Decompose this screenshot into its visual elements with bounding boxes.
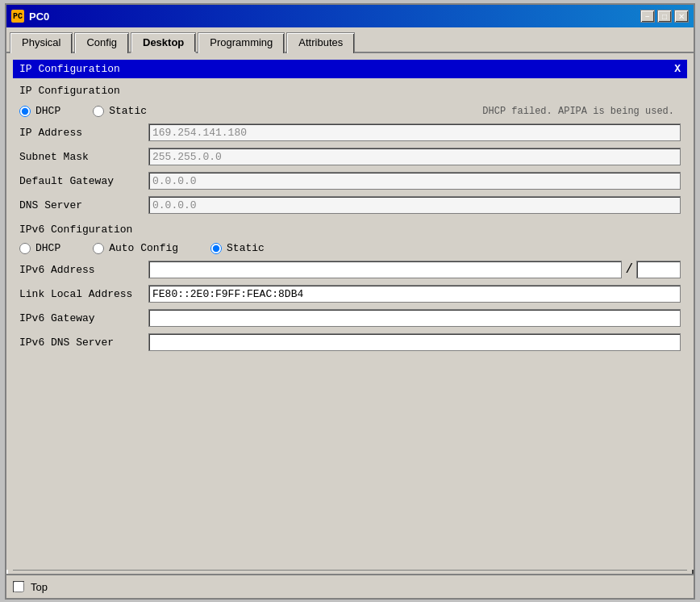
dns-server-row: DNS Server (13, 193, 687, 217)
main-window: PC PC0 − □ ✕ Physical Config Desktop Pro… (5, 3, 695, 600)
default-gateway-input[interactable] (148, 172, 681, 190)
tab-bar: Physical Config Desktop Programming Attr… (6, 27, 694, 53)
link-local-address-row: Link Local Address (13, 282, 687, 306)
content-area: IP Configuration X IP Configuration DHCP… (6, 53, 694, 570)
ip-radio-row: DHCP Static DHCP failed. APIPA is being … (13, 102, 687, 120)
default-gateway-row: Default Gateway (13, 169, 687, 193)
ipv6-radio-row: DHCP Auto Config Static (13, 239, 687, 257)
ipv6-static-label-text: Static (227, 242, 265, 254)
maximize-button[interactable]: □ (657, 10, 672, 23)
ipv6-auto-config-radio[interactable] (93, 243, 104, 254)
ipv6-address-row: IPv6 Address / (13, 257, 687, 282)
dns-server-input[interactable] (148, 196, 681, 214)
dhcp-radio-label[interactable]: DHCP (19, 105, 60, 117)
ipv6-auto-config-radio-label[interactable]: Auto Config (93, 242, 178, 254)
ipv6-static-radio[interactable] (210, 243, 222, 254)
default-gateway-label: Default Gateway (19, 175, 148, 187)
ip-config-subtitle: IP Configuration (13, 83, 687, 102)
ip-config-close-btn[interactable]: X (674, 63, 681, 75)
link-local-address-input[interactable] (148, 285, 681, 303)
static-radio[interactable] (93, 106, 104, 117)
minimize-button[interactable]: − (640, 10, 655, 23)
ipv6-dns-server-input[interactable] (148, 333, 681, 351)
ip-address-input[interactable] (148, 123, 681, 141)
ip-address-label: IP Address (19, 127, 148, 139)
ipv6-prefix-slash: / (625, 262, 633, 277)
tab-programming[interactable]: Programming (198, 32, 285, 53)
static-label-text: Static (109, 105, 147, 117)
tab-desktop[interactable]: Desktop (131, 32, 196, 53)
ip-address-row: IP Address (13, 120, 687, 144)
ipv6-dhcp-radio-label[interactable]: DHCP (19, 242, 60, 254)
tab-attributes[interactable]: Attributes (286, 32, 355, 53)
title-bar-left: PC PC0 (11, 10, 49, 23)
bottom-bar: Top (6, 574, 694, 598)
ipv6-gateway-input[interactable] (148, 309, 681, 327)
ipv6-gateway-label: IPv6 Gateway (19, 312, 148, 324)
ipv6-address-inputs: / (148, 261, 681, 278)
ipv6-section-title: IPv6 Configuration (13, 217, 687, 239)
top-label: Top (31, 581, 48, 593)
ipv6-address-input[interactable] (148, 261, 622, 278)
tab-physical[interactable]: Physical (10, 32, 73, 53)
dhcp-radio[interactable] (19, 106, 31, 117)
ipv6-dhcp-radio[interactable] (19, 243, 31, 254)
ip-config-header: IP Configuration X (13, 60, 687, 78)
top-checkbox[interactable] (13, 581, 24, 592)
subnet-mask-label: Subnet Mask (19, 151, 148, 163)
dns-server-label: DNS Server (19, 199, 148, 211)
ip-config-header-title: IP Configuration (19, 63, 120, 75)
app-icon: PC (11, 10, 24, 23)
ipv6-dns-server-label: IPv6 DNS Server (19, 337, 148, 349)
dhcp-label-text: DHCP (35, 105, 60, 117)
dhcp-status-message: DHCP failed. APIPA is being used. (179, 106, 681, 117)
ipv6-dhcp-label-text: DHCP (35, 242, 60, 254)
tab-config[interactable]: Config (74, 32, 129, 53)
ipv6-gateway-row: IPv6 Gateway (13, 306, 687, 330)
ipv6-auto-config-label-text: Auto Config (109, 242, 178, 254)
static-radio-label[interactable]: Static (93, 105, 147, 117)
link-local-address-label: Link Local Address (19, 288, 148, 300)
ipv6-static-radio-label[interactable]: Static (210, 242, 265, 254)
subnet-mask-input[interactable] (148, 148, 681, 165)
subnet-mask-row: Subnet Mask (13, 144, 687, 169)
title-buttons: − □ ✕ (640, 10, 689, 23)
window-title: PC0 (29, 10, 49, 23)
ipv6-address-label: IPv6 Address (19, 264, 148, 276)
close-button[interactable]: ✕ (674, 10, 689, 23)
title-bar: PC PC0 − □ ✕ (6, 5, 694, 27)
ipv6-prefix-input[interactable] (636, 261, 681, 278)
bottom-separator (13, 570, 687, 571)
app-icon-text: PC (13, 12, 23, 21)
ipv6-dns-server-row: IPv6 DNS Server (13, 330, 687, 354)
